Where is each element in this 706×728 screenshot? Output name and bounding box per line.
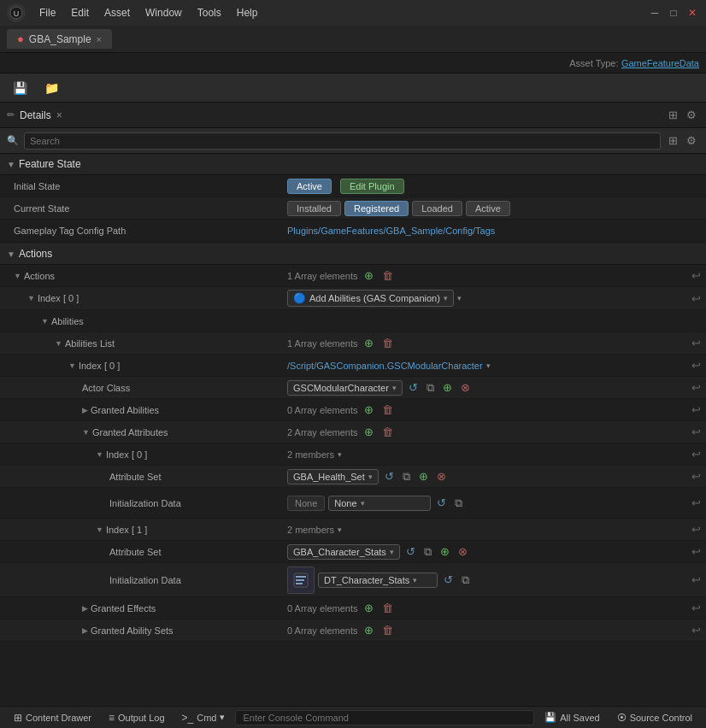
attr-set0-undo-button[interactable]: ↩ <box>686 468 706 484</box>
actor-class-copy-button[interactable]: ⧉ <box>424 380 437 396</box>
menu-window[interactable]: Window <box>138 5 189 21</box>
actions-add-button[interactable]: ⊕ <box>362 268 376 283</box>
attr-index1-expand-arrow[interactable]: ▼ <box>96 525 103 534</box>
granted-attributes-add-button[interactable]: ⊕ <box>362 425 376 439</box>
attr-set1-circle-arrow[interactable]: ↺ <box>403 544 418 559</box>
minimize-button[interactable]: ─ <box>648 6 662 20</box>
abilities-index0-expand-arrow[interactable]: ▼ <box>68 361 76 370</box>
abilities-list-expand-arrow[interactable]: ▼ <box>55 339 62 348</box>
attr-set0-add-button[interactable]: ⊕ <box>416 469 431 484</box>
attribute-set0-dropdown[interactable]: GBA_Health_Set ▾ <box>287 469 379 484</box>
asset-type-bar: Asset Type: GameFeatureData <box>0 53 706 73</box>
attr-set1-add-button[interactable]: ⊕ <box>438 544 452 559</box>
index0-undo-button[interactable]: ↩ <box>686 291 706 307</box>
attr-index0-expand[interactable]: ▾ <box>338 450 342 459</box>
granted-ability-sets-add-button[interactable]: ⊕ <box>362 623 376 637</box>
abilities-list-remove-button[interactable]: 🗑 <box>379 336 396 350</box>
granted-effects-add-button[interactable]: ⊕ <box>362 601 376 615</box>
state-installed-button[interactable]: Installed <box>287 201 341 216</box>
init-data0-circle-arrow[interactable]: ↺ <box>434 496 449 510</box>
abilities-index0-undo-button[interactable]: ↩ <box>686 357 706 373</box>
cmd-button[interactable]: >_ Cmd ▾ <box>175 710 232 725</box>
search-settings-icon[interactable]: ⚙ <box>684 133 699 148</box>
init-data0-undo-button[interactable]: ↩ <box>686 495 706 511</box>
output-log-button[interactable]: ≡ Output Log <box>102 710 171 725</box>
granted-ability-sets-remove-button[interactable]: 🗑 <box>379 623 396 637</box>
abilities-index0-expand[interactable]: ▾ <box>486 361 491 370</box>
attr-index1-undo-button[interactable]: ↩ <box>686 521 706 537</box>
init-data1-circle-arrow[interactable]: ↺ <box>441 572 456 587</box>
asset-type-link[interactable]: GameFeatureData <box>621 58 699 68</box>
abilities-list-undo-button[interactable]: ↩ <box>686 335 706 351</box>
init-data1-undo-button[interactable]: ↩ <box>686 572 706 588</box>
granted-effects-undo-button[interactable]: ↩ <box>686 600 706 616</box>
init-data0-none-button[interactable]: None <box>287 496 325 511</box>
panel-grid-icon[interactable]: ⊞ <box>666 108 680 122</box>
close-button[interactable]: ✕ <box>685 6 699 20</box>
menu-help[interactable]: Help <box>230 5 265 21</box>
granted-effects-expand-arrow[interactable]: ▶ <box>82 604 88 613</box>
search-grid-icon[interactable]: ⊞ <box>666 133 680 148</box>
search-input[interactable] <box>24 132 661 150</box>
actions-undo-button[interactable]: ↩ <box>686 267 706 284</box>
content-drawer-button[interactable]: ⊞ Content Drawer <box>7 710 98 725</box>
attr-set1-undo-button[interactable]: ↩ <box>686 543 706 560</box>
granted-abilities-undo-button[interactable]: ↩ <box>686 402 706 418</box>
granted-effects-remove-button[interactable]: 🗑 <box>379 601 396 615</box>
panel-settings-icon[interactable]: ⚙ <box>684 108 699 122</box>
granted-ability-sets-row: ▶ Granted Ability Sets 0 Array elements … <box>0 619 706 642</box>
init-data1-copy-button[interactable]: ⧉ <box>459 572 472 588</box>
abilities-expand-arrow[interactable]: ▼ <box>41 317 49 326</box>
granted-abilities-add-button[interactable]: ⊕ <box>362 402 376 417</box>
tab-close-button[interactable]: × <box>97 34 102 44</box>
feature-state-section[interactable]: ▼ Feature State <box>0 154 706 175</box>
state-active-button[interactable]: Active <box>466 201 510 216</box>
actions-section[interactable]: ▼ Actions <box>0 244 706 265</box>
console-input[interactable] <box>235 710 534 725</box>
attr-set0-copy-button[interactable]: ⧉ <box>400 469 413 484</box>
index0-expand-arrow[interactable]: ▼ <box>27 294 35 302</box>
granted-ability-sets-expand-arrow[interactable]: ▶ <box>82 626 88 635</box>
granted-abilities-remove-button[interactable]: 🗑 <box>379 402 396 417</box>
actor-class-remove-button[interactable]: ⊗ <box>458 380 473 395</box>
actor-class-circle-arrow[interactable]: ↺ <box>406 380 421 395</box>
maximize-button[interactable]: □ <box>667 6 680 20</box>
init-data0-copy-button[interactable]: ⧉ <box>452 496 465 511</box>
init-data0-dropdown[interactable]: None ▾ <box>328 496 431 511</box>
state-registered-button[interactable]: Registered <box>344 201 409 216</box>
menu-edit[interactable]: Edit <box>64 5 96 21</box>
granted-ability-sets-undo-button[interactable]: ↩ <box>686 622 706 638</box>
attr-set1-copy-button[interactable]: ⧉ <box>421 544 434 560</box>
index0-dropdown[interactable]: 🔵 Add Abilities (GAS Companion) ▾ <box>287 290 454 307</box>
all-saved-button[interactable]: 💾 All Saved <box>538 710 606 725</box>
actions-expand-arrow[interactable]: ▼ <box>14 272 21 280</box>
actor-class-dropdown[interactable]: GSCModularCharacter ▾ <box>287 380 403 396</box>
edit-plugin-button[interactable]: Edit Plugin <box>340 179 404 194</box>
abilities-list-add-button[interactable]: ⊕ <box>362 336 376 350</box>
actor-class-undo-button[interactable]: ↩ <box>686 379 706 396</box>
actions-remove-button[interactable]: 🗑 <box>379 268 396 283</box>
attribute-set1-dropdown[interactable]: GBA_Character_Stats ▾ <box>287 544 400 560</box>
index0-expand[interactable]: ▾ <box>457 294 462 302</box>
save-button[interactable]: 💾 <box>7 79 33 97</box>
granted-attributes-remove-button[interactable]: 🗑 <box>379 425 396 439</box>
attr-set0-circle-arrow[interactable]: ↺ <box>382 469 397 484</box>
menu-file[interactable]: File <box>32 5 62 21</box>
panel-close-button[interactable]: × <box>56 109 62 121</box>
attr-index0-expand-arrow[interactable]: ▼ <box>96 450 103 459</box>
attr-index0-undo-button[interactable]: ↩ <box>686 446 706 462</box>
source-control-button[interactable]: ⦿ Source Control <box>610 711 699 725</box>
tab-gba-sample[interactable]: ● GBA_Sample × <box>7 29 112 49</box>
granted-attributes-undo-button[interactable]: ↩ <box>686 424 706 440</box>
menu-asset[interactable]: Asset <box>97 5 137 21</box>
browse-button[interactable]: 📁 <box>38 79 65 97</box>
attr-set0-remove-button[interactable]: ⊗ <box>434 469 449 484</box>
granted-abilities-expand-arrow[interactable]: ▶ <box>82 406 88 414</box>
actor-class-add-button[interactable]: ⊕ <box>440 380 455 395</box>
state-loaded-button[interactable]: Loaded <box>412 201 462 216</box>
attr-index1-expand[interactable]: ▾ <box>338 525 342 534</box>
menu-tools[interactable]: Tools <box>191 5 228 21</box>
granted-attributes-expand-arrow[interactable]: ▼ <box>82 428 90 437</box>
init-data1-dropdown[interactable]: DT_Character_Stats ▾ <box>318 572 438 588</box>
attr-set1-remove-button[interactable]: ⊗ <box>456 544 470 559</box>
